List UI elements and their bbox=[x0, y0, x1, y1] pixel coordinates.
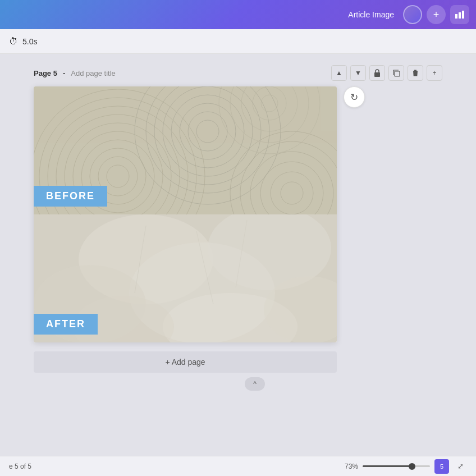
zoom-label: 73% bbox=[345, 463, 358, 470]
grid-view-button[interactable]: 5 bbox=[434, 459, 449, 474]
zoom-slider-fill bbox=[363, 465, 412, 467]
before-label: BEFORE bbox=[34, 186, 107, 207]
svg-rect-2 bbox=[462, 11, 464, 19]
document-title: Article Image bbox=[348, 10, 394, 19]
page-card-wrapper: BEFORE bbox=[34, 86, 337, 342]
avatar[interactable] bbox=[403, 5, 422, 24]
page-lock-button[interactable] bbox=[369, 65, 385, 81]
page-move-down-button[interactable]: ▼ bbox=[350, 65, 366, 81]
expand-button[interactable]: ⤢ bbox=[454, 460, 467, 473]
zoom-slider-thumb[interactable] bbox=[409, 463, 415, 470]
add-page-button[interactable]: + Add page bbox=[34, 351, 337, 373]
page-add-section-button[interactable]: + bbox=[427, 65, 442, 81]
timer-icon: ⏱ bbox=[9, 36, 18, 47]
before-section: BEFORE bbox=[34, 86, 337, 214]
chevron-up-row: ^ bbox=[34, 377, 476, 391]
before-image: BEFORE bbox=[34, 86, 337, 214]
page-card[interactable]: BEFORE bbox=[34, 86, 337, 342]
svg-rect-0 bbox=[455, 14, 457, 19]
after-label: AfteR bbox=[34, 314, 98, 335]
zoom-section: 73% 5 ⤢ bbox=[345, 459, 467, 474]
page-indicator: e 5 of 5 bbox=[9, 463, 31, 470]
add-page-row: + Add page bbox=[34, 351, 337, 373]
page-indicator-text: e 5 of 5 bbox=[9, 463, 31, 470]
app-header: Article Image + bbox=[0, 0, 476, 29]
after-image: AfteR bbox=[34, 214, 337, 342]
page-label-row: Page 5 - Add page title ▲ ▼ bbox=[34, 65, 476, 81]
page-move-up-button[interactable]: ▲ bbox=[331, 65, 347, 81]
add-button[interactable]: + bbox=[427, 5, 446, 24]
chart-button[interactable] bbox=[450, 5, 469, 24]
svg-rect-3 bbox=[374, 72, 380, 77]
canvas-area: Page 5 - Add page title ▲ ▼ bbox=[0, 54, 476, 456]
chevron-up-button[interactable]: ^ bbox=[245, 377, 265, 391]
svg-rect-1 bbox=[459, 12, 461, 19]
refresh-button[interactable]: ↻ bbox=[344, 86, 365, 108]
page-delete-button[interactable] bbox=[408, 65, 423, 81]
page-copy-button[interactable] bbox=[388, 65, 404, 81]
page-title-placeholder[interactable]: Add page title bbox=[71, 69, 116, 77]
timer-bar: ⏱ 5.0s bbox=[0, 29, 476, 54]
timer-value: 5.0s bbox=[22, 37, 37, 46]
svg-rect-4 bbox=[395, 71, 400, 76]
page-controls: ▲ ▼ + bbox=[331, 65, 442, 81]
page-separator: - bbox=[63, 69, 65, 77]
after-section: AfteR bbox=[34, 214, 337, 342]
zoom-slider-track[interactable] bbox=[363, 465, 430, 467]
page-label: Page 5 bbox=[34, 69, 57, 77]
bottom-bar: e 5 of 5 73% 5 ⤢ bbox=[0, 456, 476, 476]
